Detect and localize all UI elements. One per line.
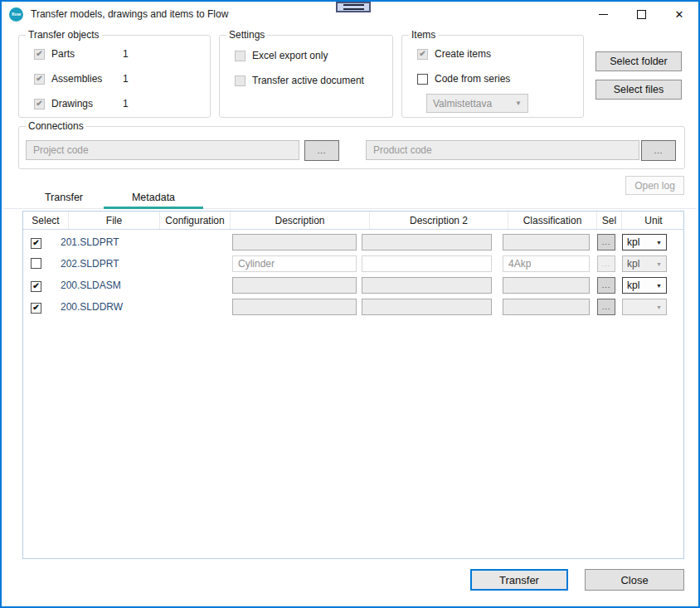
- active-tab-underline: [104, 207, 203, 209]
- column-header-select: Select: [23, 212, 69, 229]
- row-select-checkbox[interactable]: ✔: [31, 238, 41, 249]
- project-code-browse-button[interactable]: ...: [304, 140, 339, 161]
- settings-group: Settings Excel export onlyTransfer activ…: [219, 35, 393, 118]
- unit-dropdown[interactable]: kpl▼: [622, 234, 667, 250]
- column-header-sel: Sel: [597, 212, 622, 229]
- connections-group: Connections ... ...: [18, 126, 685, 169]
- table-header: SelectFileConfigurationDescriptionDescri…: [23, 212, 683, 230]
- group-label: Settings: [226, 29, 267, 41]
- setting-row: Transfer active document: [235, 74, 364, 87]
- description-input[interactable]: [232, 299, 357, 315]
- maximize-icon: [637, 10, 646, 19]
- project-code-input: [26, 140, 299, 160]
- sel-browse-button[interactable]: ...: [597, 234, 615, 250]
- row-select-checkbox[interactable]: [31, 258, 41, 269]
- transfer-object-checkbox: ✔: [34, 99, 45, 109]
- select-files-button[interactable]: Select files: [595, 80, 682, 100]
- file-name: 200.SLDASM: [61, 280, 121, 291]
- item-series-dropdown: Valmistettava ▼: [426, 94, 528, 113]
- window-title: Transfer models, drawings and items to F…: [31, 8, 228, 20]
- chevron-down-icon: ▼: [656, 304, 662, 310]
- table-row: 202.SLDPRT...kpl▼: [23, 253, 683, 275]
- chevron-down-icon: ▼: [515, 100, 522, 107]
- transfer-object-label: Drawings: [51, 98, 93, 109]
- items-group: Items ✔Create itemsCode from series Valm…: [401, 35, 584, 118]
- table-row: ✔201.SLDPRT...kpl▼: [23, 231, 683, 253]
- description2-input[interactable]: [362, 299, 492, 315]
- group-label: Connections: [26, 120, 86, 132]
- file-name: 201.SLDPRT: [61, 236, 119, 248]
- column-header-file: File: [69, 212, 160, 229]
- unit-value: kpl: [627, 236, 639, 248]
- group-label: Items: [409, 29, 438, 41]
- open-log-button: Open log: [625, 176, 684, 195]
- product-code-browse-button[interactable]: ...: [641, 140, 676, 161]
- classification-input[interactable]: [503, 277, 590, 294]
- transfer-object-label: Parts: [51, 48, 75, 60]
- table-row: ✔200.SLDASM...kpl▼: [23, 275, 683, 296]
- description-input[interactable]: [232, 234, 357, 250]
- classification-input: [503, 255, 590, 272]
- minimize-icon: [599, 14, 608, 15]
- sel-browse-button[interactable]: ...: [597, 277, 615, 294]
- transfer-object-row: ✔Assemblies1: [34, 72, 102, 85]
- sel-browse-button: ...: [597, 255, 615, 272]
- setting-label: Transfer active document: [252, 75, 364, 86]
- table-row: ✔200.SLDDRW...▼: [23, 296, 683, 318]
- chevron-down-icon: ▼: [656, 283, 662, 289]
- description2-input: [362, 255, 492, 272]
- column-header-description: Description: [231, 212, 370, 229]
- transfer-button[interactable]: Transfer: [470, 569, 568, 591]
- grip-lines-icon: [343, 4, 364, 10]
- row-select-checkbox[interactable]: ✔: [31, 281, 41, 292]
- flow-app-icon: flow: [9, 7, 23, 22]
- tab-metadata[interactable]: Metadata: [104, 192, 203, 207]
- transfer-objects-group: Transfer objects ✔Parts1✔Assemblies1✔Dra…: [18, 35, 211, 118]
- item-option-label: Create items: [435, 48, 491, 60]
- unit-value: kpl: [627, 280, 639, 291]
- item-option-checkbox: ✔: [417, 49, 428, 60]
- metadata-table: SelectFileConfigurationDescriptionDescri…: [22, 211, 684, 559]
- close-button[interactable]: ✕: [660, 2, 698, 27]
- column-header-classification: Classification: [508, 212, 597, 229]
- transfer-object-count: 1: [123, 73, 129, 85]
- setting-checkbox: [235, 75, 245, 86]
- classification-input[interactable]: [503, 234, 590, 250]
- file-name: 200.SLDDRW: [61, 301, 123, 313]
- description-input[interactable]: [232, 277, 357, 294]
- group-label: Transfer objects: [26, 29, 102, 41]
- description2-input[interactable]: [362, 234, 492, 250]
- select-folder-button[interactable]: Select folder: [595, 51, 682, 71]
- unit-dropdown: kpl▼: [622, 255, 667, 272]
- transfer-object-row: ✔Drawings1: [34, 97, 93, 110]
- classification-input[interactable]: [503, 299, 590, 315]
- transfer-object-checkbox: ✔: [34, 49, 45, 60]
- minimize-button[interactable]: [584, 2, 622, 27]
- item-option-row: Code from series: [417, 72, 510, 85]
- unit-dropdown[interactable]: kpl▼: [622, 277, 667, 294]
- transfer-dialog: flow Transfer models, drawings and items…: [0, 0, 700, 608]
- chevron-down-icon: ▼: [656, 261, 662, 267]
- row-select-checkbox[interactable]: ✔: [31, 303, 41, 314]
- description2-input[interactable]: [362, 277, 492, 294]
- column-header-description-2: Description 2: [370, 212, 508, 229]
- transfer-object-label: Assemblies: [51, 73, 102, 85]
- setting-row: Excel export only: [235, 49, 328, 62]
- description-input: [232, 255, 357, 272]
- window-controls: ✕: [584, 2, 698, 27]
- maximize-button[interactable]: [622, 2, 660, 27]
- item-series-value: Valmistettava: [433, 98, 492, 109]
- transfer-object-row: ✔Parts1: [34, 47, 75, 61]
- transfer-object-count: 1: [123, 98, 129, 109]
- unit-value: kpl: [627, 258, 639, 270]
- sel-browse-button[interactable]: ...: [597, 299, 615, 315]
- close-icon: ✕: [675, 9, 684, 20]
- item-option-row: ✔Create items: [417, 47, 491, 61]
- item-option-checkbox[interactable]: [417, 74, 428, 85]
- dock-grip-handle[interactable]: [336, 2, 371, 12]
- item-option-label: Code from series: [435, 73, 510, 85]
- close-dialog-button[interactable]: Close: [585, 569, 684, 591]
- unit-dropdown: ▼: [622, 299, 667, 315]
- setting-label: Excel export only: [252, 50, 328, 61]
- tab-transfer[interactable]: Transfer: [14, 192, 114, 207]
